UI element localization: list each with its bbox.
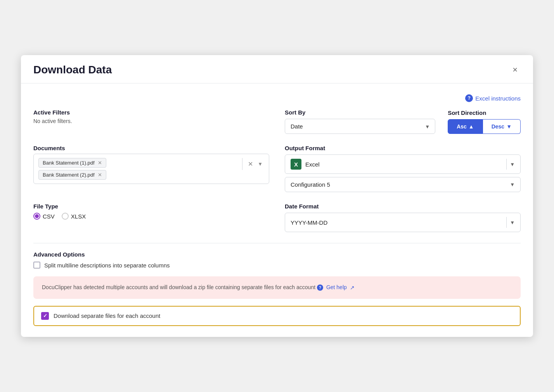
doc-tag-remove-2[interactable]: ✕ — [98, 172, 102, 178]
split-multiline-row: Split multiline descriptions into separa… — [33, 262, 521, 269]
docs-dropdown-button[interactable]: ▼ — [256, 160, 264, 168]
config-dropdown[interactable]: Configuration 5 ▼ — [285, 177, 521, 192]
documents-output-row: Documents Bank Statement (1).pdf ✕ Bank … — [33, 145, 521, 192]
get-help-link[interactable]: Get help — [326, 284, 347, 290]
doc-tag-name: Bank Statement (1).pdf — [43, 160, 95, 166]
active-filters-col: Active Filters No active filters. — [33, 109, 269, 134]
filters-sort-row: Active Filters No active filters. Sort B… — [33, 109, 521, 134]
download-separate-checkbox[interactable]: ✓ — [41, 312, 49, 320]
date-format-selected: YYYY-MM-DD — [291, 219, 327, 226]
date-format-dropdown[interactable]: YYYY-MM-DD ▼ — [285, 213, 521, 232]
output-format-sep — [506, 159, 507, 170]
sort-desc-icon: ▼ — [506, 123, 512, 130]
config-chevron-icon: ▼ — [510, 182, 515, 187]
date-format-chevron-icon: ▼ — [510, 220, 515, 225]
radio-option-csv[interactable]: CSV — [33, 213, 55, 220]
output-format-chevron-icon: ▼ — [510, 161, 515, 167]
output-format-section: Output Format X Excel ▼ — [285, 145, 521, 192]
alert-help-circle-icon: ? — [317, 284, 323, 291]
sort-desc-label: Desc — [492, 123, 504, 130]
date-format-sep — [506, 217, 507, 228]
output-format-left: X Excel — [291, 159, 320, 170]
excel-instructions-link[interactable]: ? Excel instructions — [465, 94, 521, 102]
modal-title: Download Data — [33, 64, 112, 76]
advanced-options-section: Advanced Options Split multiline descrip… — [33, 251, 521, 269]
help-circle-icon: ? — [465, 94, 473, 102]
radio-csv-circle — [33, 213, 40, 220]
date-format-label: Date Format — [285, 203, 521, 210]
list-item: Bank Statement (1).pdf ✕ — [38, 158, 106, 168]
radio-csv-label: CSV — [43, 213, 55, 220]
sort-asc-label: Asc — [457, 123, 467, 130]
sort-direction-buttons: Asc ▲ Desc ▼ — [448, 119, 521, 134]
sort-col: Sort By Date Amount Description ▼ Sort D… — [285, 109, 521, 134]
sort-by-label: Sort By — [285, 109, 435, 116]
radio-xlsx-label: XLSX — [71, 213, 86, 220]
output-format-label: Output Format — [285, 145, 521, 151]
sort-by-dropdown: Date Amount Description ▼ — [285, 119, 435, 134]
active-filters-label: Active Filters — [33, 109, 269, 116]
excel-instructions-label: Excel instructions — [475, 95, 521, 102]
filetype-dateformat-row: File Type CSV XLSX Date Format YYYY-MM-D — [33, 203, 521, 232]
advanced-options-label: Advanced Options — [33, 251, 521, 258]
file-type-section: File Type CSV XLSX — [33, 203, 269, 232]
date-format-section: Date Format YYYY-MM-DD ▼ — [285, 203, 521, 232]
sort-direction-label: Sort Direction — [448, 109, 521, 116]
sort-by-section: Sort By Date Amount Description ▼ — [285, 109, 435, 134]
modal: Download Data × ? Excel instructions Act… — [21, 55, 533, 337]
config-selected: Configuration 5 — [291, 181, 330, 188]
output-format-dropdown[interactable]: X Excel ▼ — [285, 154, 521, 174]
radio-xlsx-circle — [62, 213, 69, 220]
doc-tag-name-2: Bank Statement (2).pdf — [43, 172, 95, 178]
close-button[interactable]: × — [509, 64, 521, 76]
download-separate-row[interactable]: ✓ Download separate files for each accou… — [33, 306, 521, 326]
no-filters-text: No active filters. — [33, 118, 269, 124]
split-multiline-checkbox[interactable] — [33, 262, 40, 269]
documents-box: Bank Statement (1).pdf ✕ Bank Statement … — [33, 154, 269, 184]
documents-label: Documents — [33, 145, 269, 151]
modal-header: Download Data × — [21, 55, 533, 83]
ext-link-icon: ↗ — [350, 284, 355, 291]
sort-desc-button[interactable]: Desc ▼ — [483, 119, 521, 134]
radio-option-xlsx[interactable]: XLSX — [62, 213, 86, 220]
sort-asc-button[interactable]: Asc ▲ — [448, 119, 483, 134]
svg-text:X: X — [294, 161, 298, 168]
output-format-selected: Excel — [305, 161, 320, 168]
doc-tags-col: Bank Statement (1).pdf ✕ Bank Statement … — [38, 158, 239, 180]
file-type-radio-row: CSV XLSX — [33, 213, 269, 220]
split-multiline-label: Split multiline descriptions into separa… — [44, 262, 170, 269]
doc-tag-remove-1[interactable]: ✕ — [98, 160, 102, 166]
excel-icon: X — [291, 159, 301, 170]
alert-text: DocuClipper has detected multiple accoun… — [42, 284, 315, 290]
list-item: Bank Statement (2).pdf ✕ — [38, 170, 106, 180]
file-type-label: File Type — [33, 203, 269, 210]
download-separate-label: Download separate files for each account — [54, 312, 160, 319]
sort-asc-icon: ▲ — [469, 123, 474, 130]
sort-by-select[interactable]: Date Amount Description — [285, 119, 435, 134]
alert-box: DocuClipper has detected multiple accoun… — [33, 276, 521, 299]
divider — [33, 243, 521, 243]
docs-box-actions: ✕ ▼ — [242, 158, 264, 170]
modal-body: ? Excel instructions Active Filters No a… — [21, 83, 533, 337]
docs-clear-button[interactable]: ✕ — [246, 160, 254, 168]
sort-direction-section: Sort Direction Asc ▲ Desc ▼ — [448, 109, 521, 134]
excel-instructions-row: ? Excel instructions — [33, 94, 521, 102]
documents-section: Documents Bank Statement (1).pdf ✕ Bank … — [33, 145, 269, 192]
